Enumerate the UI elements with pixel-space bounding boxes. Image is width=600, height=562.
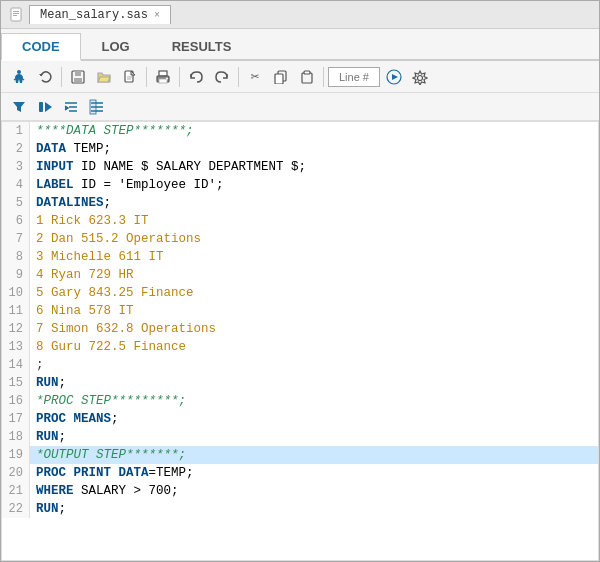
line-content: LABEL ID = 'Employee ID'; [30, 176, 224, 194]
line-content: 5 Gary 843.25 Finance [30, 284, 194, 302]
code-line: 2DATA TEMP; [2, 140, 598, 158]
paste-button[interactable] [295, 65, 319, 89]
line-content: INPUT ID NAME $ SALARY DEPARTMENT $; [30, 158, 306, 176]
undo-button[interactable] [33, 65, 57, 89]
line-number: 8 [2, 248, 30, 266]
undo2-button[interactable] [184, 65, 208, 89]
line-content: PROC MEANS; [30, 410, 119, 428]
new-doc-button[interactable] [118, 65, 142, 89]
code-line: 116 Nina 578 IT [2, 302, 598, 320]
svg-rect-6 [75, 71, 81, 76]
code-editor[interactable]: 1****DATA STEP*******;2DATA TEMP;3INPUT … [1, 121, 599, 561]
line-content: 2 Dan 515.2 Operations [30, 230, 201, 248]
submit-button[interactable] [33, 95, 57, 119]
line-number: 15 [2, 374, 30, 392]
line-number-input[interactable] [328, 67, 380, 87]
svg-rect-1 [13, 11, 19, 12]
file-icon [9, 7, 25, 23]
code-line: 1****DATA STEP*******; [2, 122, 598, 140]
line-number: 3 [2, 158, 30, 176]
code-line: 138 Guru 722.5 Finance [2, 338, 598, 356]
save-button[interactable] [66, 65, 90, 89]
tab-code[interactable]: CODE [1, 33, 81, 61]
line-number: 5 [2, 194, 30, 212]
code-line: 61 Rick 623.3 IT [2, 212, 598, 230]
tab-log[interactable]: LOG [81, 33, 151, 59]
settings-button[interactable] [408, 65, 432, 89]
sep5 [323, 67, 324, 87]
line-number: 16 [2, 392, 30, 410]
svg-rect-7 [74, 78, 82, 82]
line-content: 7 Simon 632.8 Operations [30, 320, 216, 338]
line-number: 20 [2, 464, 30, 482]
svg-rect-30 [90, 100, 96, 114]
svg-rect-18 [304, 71, 310, 74]
svg-point-14 [166, 77, 168, 79]
line-content: RUN; [30, 374, 66, 392]
code-line: 19*OUTPUT STEP*******; [2, 446, 598, 464]
play-button[interactable] [382, 65, 406, 89]
line-number: 19 [2, 446, 30, 464]
copy-button[interactable] [269, 65, 293, 89]
line-content: ****DATA STEP*******; [30, 122, 194, 140]
line-number: 1 [2, 122, 30, 140]
svg-rect-0 [11, 8, 21, 21]
tab-results[interactable]: RESULTS [151, 33, 253, 59]
line-number: 12 [2, 320, 30, 338]
sep2 [146, 67, 147, 87]
code-line: 21WHERE SALARY > 700; [2, 482, 598, 500]
redo-button[interactable] [210, 65, 234, 89]
line-content: PROC PRINT DATA=TEMP; [30, 464, 194, 482]
close-tab-button[interactable]: × [154, 10, 160, 21]
line-number: 9 [2, 266, 30, 284]
svg-marker-23 [45, 102, 52, 112]
svg-marker-20 [392, 74, 398, 80]
code-line: 127 Simon 632.8 Operations [2, 320, 598, 338]
line-number: 10 [2, 284, 30, 302]
svg-point-21 [418, 75, 423, 80]
line-number: 11 [2, 302, 30, 320]
line-content: RUN; [30, 500, 66, 518]
main-toolbar: ✂ [1, 61, 599, 93]
code-line: 3INPUT ID NAME $ SALARY DEPARTMENT $; [2, 158, 598, 176]
indent-button[interactable] [59, 95, 83, 119]
line-content: RUN; [30, 428, 66, 446]
line-content: 1 Rick 623.3 IT [30, 212, 149, 230]
line-content: 3 Michelle 611 IT [30, 248, 164, 266]
code-line: 16*PROC STEP*********; [2, 392, 598, 410]
collapse-button[interactable] [85, 95, 109, 119]
line-number: 21 [2, 482, 30, 500]
cut-button[interactable]: ✂ [243, 65, 267, 89]
line-number: 4 [2, 176, 30, 194]
line-content: *OUTPUT STEP*******; [30, 446, 186, 464]
svg-rect-11 [159, 71, 167, 76]
code-line: 5DATALINES; [2, 194, 598, 212]
line-number: 6 [2, 212, 30, 230]
code-line: 72 Dan 515.2 Operations [2, 230, 598, 248]
run-person-button[interactable] [7, 65, 31, 89]
file-tab-label: Mean_salary.sas [40, 8, 148, 22]
line-number: 18 [2, 428, 30, 446]
svg-rect-16 [275, 74, 283, 84]
line-number: 13 [2, 338, 30, 356]
code-line: 15RUN; [2, 374, 598, 392]
code-line: 105 Gary 843.25 Finance [2, 284, 598, 302]
print-button[interactable] [151, 65, 175, 89]
filter-button[interactable] [7, 95, 31, 119]
svg-rect-22 [39, 102, 43, 112]
tabs-row: CODE LOG RESULTS [1, 29, 599, 61]
line-content: *PROC STEP*********; [30, 392, 186, 410]
line-content: WHERE SALARY > 700; [30, 482, 179, 500]
svg-point-4 [17, 70, 21, 74]
file-tab[interactable]: Mean_salary.sas × [29, 5, 171, 24]
svg-rect-13 [159, 79, 167, 83]
line-content: 4 Ryan 729 HR [30, 266, 134, 284]
line-number: 7 [2, 230, 30, 248]
line-content: 6 Nina 578 IT [30, 302, 134, 320]
open-button[interactable] [92, 65, 116, 89]
line-content: 8 Guru 722.5 Finance [30, 338, 186, 356]
line-content: DATALINES; [30, 194, 111, 212]
line-number: 17 [2, 410, 30, 428]
sep4 [238, 67, 239, 87]
svg-rect-3 [13, 15, 17, 16]
